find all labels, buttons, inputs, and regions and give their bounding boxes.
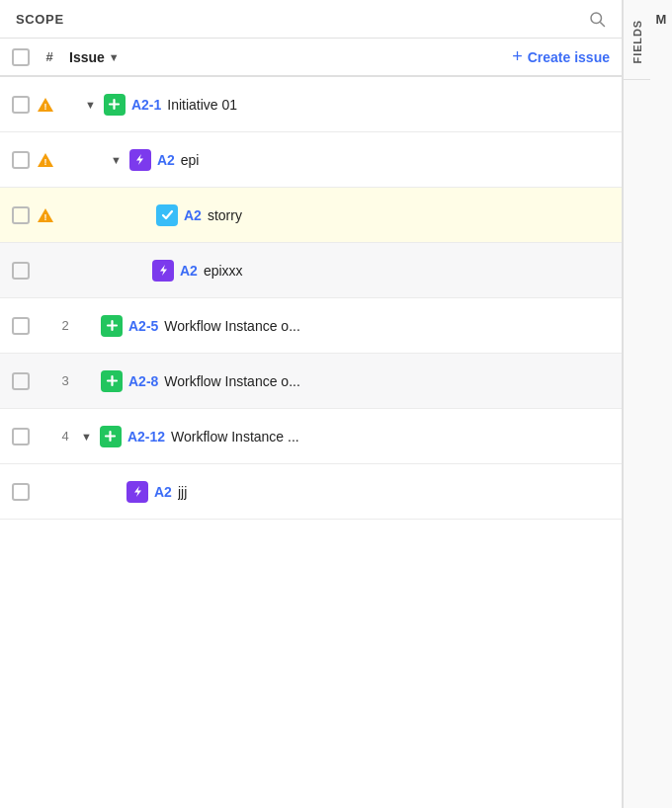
table-row[interactable]: !A2storry [0,188,622,243]
row-checkbox[interactable] [12,372,30,390]
issue-id[interactable]: A2 [154,484,172,500]
table-row[interactable]: 4▼A2-12Workflow Instance ... [0,409,622,464]
table-row[interactable]: !▼A2epi [0,132,622,188]
issue-id[interactable]: A2 [184,207,202,223]
warning-icon: ! [36,95,55,115]
warning-icon: ! [36,205,55,225]
issue-title: epi [181,152,610,168]
issue-title: Initiative 01 [167,97,610,113]
row-checkbox[interactable] [12,262,30,280]
row-checkbox[interactable] [12,317,30,335]
m-panel: M [650,0,672,808]
issue-type-icon [104,94,126,116]
issue-type-icon [126,481,148,503]
plus-icon: + [512,46,523,67]
select-all-checkbox[interactable] [12,48,30,66]
issue-id[interactable]: A2 [157,152,175,168]
svg-marker-18 [134,486,141,497]
row-number: 4 [57,429,73,444]
row-checkbox[interactable] [12,151,30,169]
scope-title: SCOPE [16,12,64,27]
table-row[interactable]: 3A2-8Workflow Instance o... [0,354,622,409]
expand-chevron[interactable]: ▼ [109,152,124,168]
fields-panel: FIELDS [623,0,650,808]
issue-title: epixxx [204,263,610,279]
warning-icon: ! [36,150,55,170]
m-label: M [652,0,671,39]
issue-list: !▼A2-1Initiative 01!▼A2epi!A2storryA2epi… [0,77,622,520]
issue-type-icon [101,315,123,337]
table-row[interactable]: !▼A2-1Initiative 01 [0,77,622,132]
issue-id[interactable]: A2 [180,263,198,279]
issue-title: jjj [178,484,610,500]
issue-title: storry [208,207,610,223]
svg-marker-11 [160,265,167,276]
fields-divider [624,79,650,80]
search-button[interactable] [588,10,606,28]
hash-column-header: # [38,49,61,64]
table-row[interactable]: A2epixxx [0,243,622,298]
row-checkbox[interactable] [12,206,30,224]
issue-column-chevron: ▼ [109,51,120,63]
issue-type-icon [152,260,174,282]
svg-text:!: ! [44,102,47,112]
issue-title: Workflow Instance o... [164,373,610,389]
table-row[interactable]: 2A2-5Workflow Instance o... [0,298,622,354]
row-checkbox[interactable] [12,483,30,501]
issue-column-header[interactable]: Issue ▼ [69,49,120,65]
svg-point-0 [591,13,602,24]
expand-chevron[interactable]: ▼ [79,429,94,444]
svg-text:!: ! [44,157,47,167]
issue-id[interactable]: A2-12 [127,429,165,444]
issue-type-icon [101,370,123,392]
expand-chevron[interactable]: ▼ [83,97,98,113]
row-checkbox[interactable] [12,96,30,114]
svg-text:!: ! [44,212,47,222]
column-header: # Issue ▼ + Create issue [0,39,622,77]
issue-id[interactable]: A2-8 [128,373,158,389]
issue-title: Workflow Instance o... [164,318,610,334]
row-number: 2 [57,318,73,333]
scope-header: SCOPE [0,0,622,39]
create-issue-button[interactable]: + Create issue [512,46,610,67]
issue-id[interactable]: A2-5 [128,318,158,334]
issue-type-icon [100,426,122,447]
row-number: 3 [57,373,73,388]
issue-type-icon [156,204,178,226]
issue-id[interactable]: A2-1 [131,97,161,113]
issue-title: Workflow Instance ... [171,429,610,444]
table-row[interactable]: A2jjj [0,464,622,520]
svg-marker-8 [136,154,143,165]
svg-line-1 [601,23,605,27]
issue-type-icon [129,149,151,171]
fields-label: FIELDS [631,8,643,75]
row-checkbox[interactable] [12,428,30,445]
